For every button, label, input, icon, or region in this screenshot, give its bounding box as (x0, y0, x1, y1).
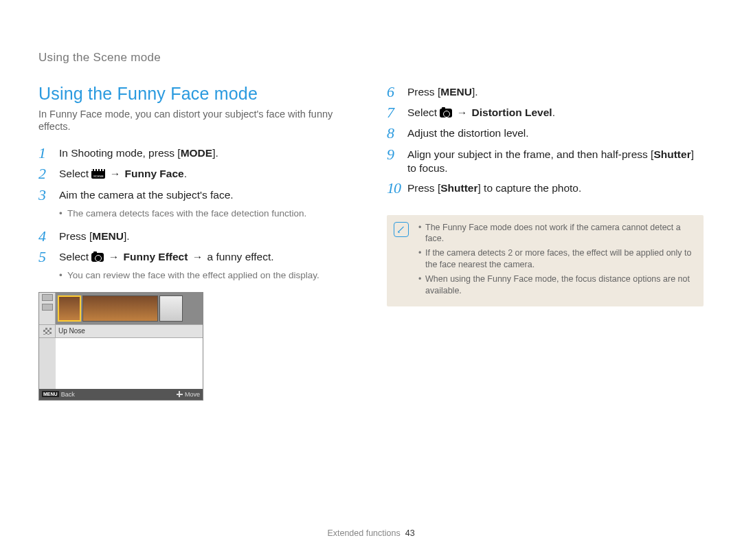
effect-thumb-selected (58, 295, 81, 322)
step-3: 3 Aim the camera at the subject's face. (38, 187, 355, 203)
footer-section: Extended functions (327, 528, 400, 538)
camera-footer: MENU Back Move (39, 389, 203, 400)
move-label: Move (185, 391, 200, 398)
funny-effect-label: Funny Effect (124, 251, 188, 262)
step-8: 8 Adjust the distortion level. (387, 125, 704, 142)
step-number: 8 (387, 125, 407, 142)
step-number: 5 (38, 249, 59, 265)
checker-icon (43, 328, 52, 335)
step-body: Align your subject in the frame, and the… (407, 146, 704, 177)
page-number: 43 (405, 528, 415, 538)
right-column: 6 Press [MENU]. 7 Select → Distortion Le… (387, 84, 704, 401)
step-6: 6 Press [MENU]. (387, 84, 704, 100)
funny-face-label: Funny Face (125, 168, 184, 179)
step-body: Press [MENU]. (407, 84, 478, 100)
note-item: If the camera detects 2 or more faces, t… (418, 247, 694, 271)
step-body: Aim the camera at the subject's face. (59, 187, 234, 203)
note-list: The Funny Face mode does not work if the… (418, 222, 694, 297)
step-number: 10 (387, 180, 407, 197)
step-1: 1 In Shooting mode, press [MODE]. (38, 145, 355, 161)
camera-preview-area (39, 338, 203, 389)
arrow-icon: → (456, 107, 469, 118)
shutter-label: Shutter (653, 148, 690, 160)
effect-name-label: Up Nose (56, 327, 85, 335)
side-icon (42, 294, 53, 301)
step-body: Adjust the distortion level. (407, 125, 529, 141)
arrow-icon: → (107, 251, 121, 262)
running-head: Using the Scene mode (38, 51, 704, 65)
step-body: Select → Funny Effect → a funny effect. (59, 249, 274, 265)
menu-button-label: MENU (440, 86, 472, 98)
step-4: 4 Press [MENU]. (38, 228, 355, 245)
menu-tag: MENU (42, 391, 59, 397)
dpad-icon (177, 391, 183, 397)
step-body: Select → Funny Face. (59, 166, 187, 181)
step-5-note: You can review the face with the effect … (38, 269, 355, 282)
two-column-layout: Using the Funny Face mode In Funny Face … (38, 84, 704, 401)
side-icon (42, 304, 53, 311)
menu-button-label: MENU (92, 230, 124, 242)
step-7: 7 Select → Distortion Level. (387, 104, 704, 121)
effect-thumbnail-strip (56, 293, 203, 324)
step-body: Press [Shutter] to capture the photo. (407, 180, 581, 196)
camera-icon (91, 253, 104, 262)
page-footer: Extended functions 43 (0, 528, 742, 538)
mode-button-label: MODE (181, 147, 213, 159)
scene-icon (91, 169, 105, 179)
step-3-note: The camera detects faces with the face d… (38, 208, 355, 220)
camera-icon (440, 109, 452, 117)
step-number: 7 (387, 104, 407, 121)
intro-text: In Funny Face mode, you can distort your… (38, 108, 355, 133)
effect-thumb (82, 295, 158, 322)
step-number: 2 (38, 166, 59, 182)
step-body: In Shooting mode, press [MODE]. (59, 145, 218, 161)
step-body: Press [MENU]. (59, 228, 130, 244)
step-9: 9 Align your subject in the frame, and t… (387, 146, 704, 177)
manual-page: Using the Scene mode Using the Funny Fac… (0, 0, 742, 401)
section-title: Using the Funny Face mode (38, 84, 355, 104)
note-item: The Funny Face mode does not work if the… (418, 222, 694, 245)
step-10: 10 Press [Shutter] to capture the photo. (387, 180, 704, 197)
note-icon (394, 222, 409, 237)
step-number: 3 (38, 187, 59, 203)
step-number: 1 (38, 145, 59, 161)
note-item: When using the Funny Face mode, the focu… (418, 273, 694, 297)
step-number: 6 (387, 84, 407, 100)
step-number: 4 (38, 228, 59, 245)
step-body: Select → Distortion Level. (407, 104, 555, 120)
left-column: Using the Funny Face mode In Funny Face … (38, 84, 355, 401)
camera-screen-illustration: Up Nose MENU Back Move (38, 292, 203, 401)
back-label: Back (61, 391, 75, 398)
effect-thumb-face (159, 295, 183, 322)
note-box: The Funny Face mode does not work if the… (387, 215, 704, 306)
arrow-icon: → (191, 251, 205, 262)
step-2: 2 Select → Funny Face. (38, 166, 355, 182)
shutter-label: Shutter (440, 182, 477, 194)
arrow-icon: → (109, 168, 122, 179)
step-number: 9 (387, 146, 407, 163)
camera-side-icons (39, 293, 56, 324)
distortion-level-label: Distortion Level (472, 107, 552, 118)
step-5: 5 Select → Funny Effect → a funny effect… (38, 249, 355, 265)
